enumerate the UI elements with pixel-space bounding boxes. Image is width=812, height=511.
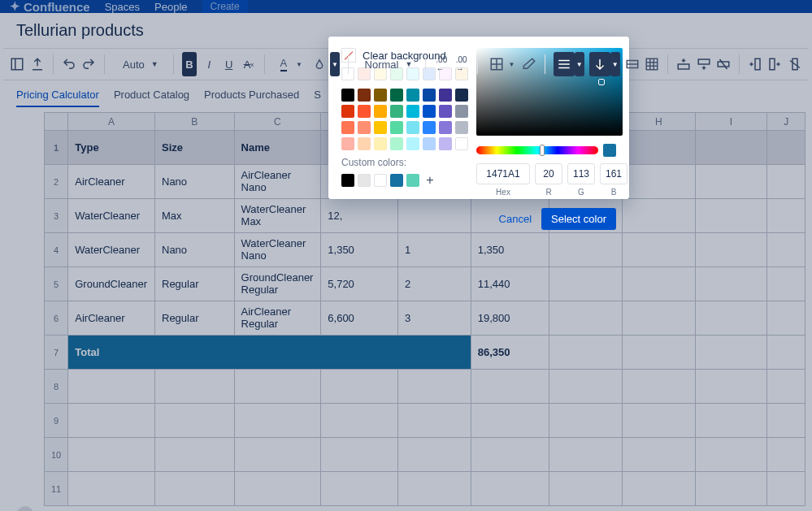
fill-color-button[interactable]: ▼	[309, 52, 340, 76]
color-swatch[interactable]	[439, 89, 452, 102]
color-swatch[interactable]	[374, 105, 387, 118]
merge-icon[interactable]	[625, 52, 640, 76]
text-color-button[interactable]: A ▼	[273, 52, 304, 76]
g-input[interactable]	[567, 163, 595, 184]
select-color-button[interactable]: Select color	[541, 208, 616, 230]
wrap-icon[interactable]	[645, 52, 659, 76]
color-swatch[interactable]	[406, 137, 419, 150]
cancel-button[interactable]: Cancel	[499, 213, 532, 225]
color-swatch[interactable]	[406, 121, 419, 134]
gradient-cursor[interactable]	[598, 79, 605, 85]
color-swatch[interactable]	[406, 89, 419, 102]
color-swatch[interactable]	[341, 121, 354, 134]
hue-slider[interactable]	[476, 146, 598, 154]
b-input[interactable]	[600, 163, 627, 184]
color-swatch[interactable]	[358, 105, 371, 118]
color-swatch[interactable]	[455, 89, 468, 102]
clear-background-icon[interactable]	[341, 48, 356, 63]
color-swatch[interactable]	[358, 121, 371, 134]
color-swatch[interactable]	[439, 121, 452, 134]
hex-input[interactable]	[476, 163, 530, 184]
custom-color-swatch[interactable]	[406, 174, 419, 187]
color-swatch[interactable]	[439, 137, 452, 150]
borders-button[interactable]: ▼	[486, 52, 517, 76]
color-swatch[interactable]	[455, 121, 468, 134]
add-custom-color[interactable]: +	[423, 173, 437, 188]
fill-color-dropdown[interactable]: ▼	[330, 52, 340, 76]
color-swatch[interactable]	[423, 121, 436, 134]
color-swatch[interactable]	[390, 137, 403, 150]
color-swatch[interactable]	[374, 121, 387, 134]
color-swatch[interactable]	[423, 137, 436, 150]
color-swatch[interactable]	[423, 105, 436, 118]
color-swatch[interactable]	[341, 105, 354, 118]
format-select[interactable]: Normal▼	[357, 52, 418, 76]
color-swatch[interactable]	[390, 105, 403, 118]
h-align-button[interactable]: ▼	[554, 52, 584, 76]
eraser-icon[interactable]	[522, 52, 536, 76]
color-swatch[interactable]	[390, 121, 403, 134]
custom-color-swatch[interactable]	[374, 174, 387, 187]
color-swatch[interactable]	[358, 89, 371, 102]
color-swatch[interactable]	[341, 89, 354, 102]
color-swatch[interactable]	[374, 137, 387, 150]
color-swatch[interactable]	[374, 89, 387, 102]
custom-color-swatch[interactable]	[341, 174, 354, 187]
color-swatch[interactable]	[358, 137, 371, 150]
color-swatch[interactable]	[455, 137, 468, 150]
custom-color-swatch[interactable]	[358, 174, 371, 187]
color-swatch[interactable]	[390, 89, 403, 102]
hue-cursor[interactable]	[540, 145, 545, 156]
v-align-button[interactable]: ▼	[589, 52, 620, 76]
color-swatch[interactable]	[341, 137, 354, 150]
decimal-less-icon[interactable]: .00←	[434, 52, 449, 76]
decimal-more-icon[interactable]: .00→	[454, 52, 468, 76]
r-input[interactable]	[535, 163, 562, 184]
current-color-swatch	[603, 144, 616, 157]
color-swatch[interactable]	[439, 105, 452, 118]
color-swatch[interactable]	[406, 105, 419, 118]
color-swatch[interactable]	[455, 105, 468, 118]
custom-color-swatch[interactable]	[390, 174, 403, 187]
svg-rect-3	[646, 58, 658, 70]
color-swatch[interactable]	[423, 89, 436, 102]
